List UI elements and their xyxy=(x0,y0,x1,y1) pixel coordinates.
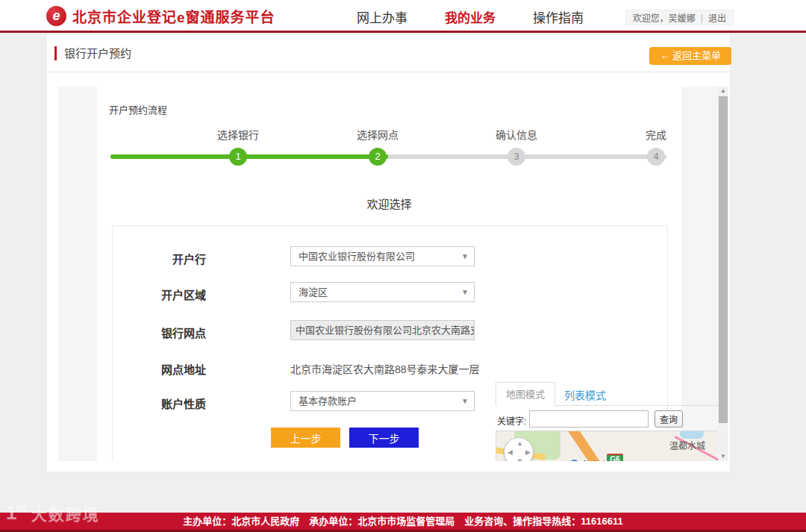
main-panel: 银行开户预约 ← 返回主菜单 开户预约流程 选择银行 选择网点 确认信息 完成 … xyxy=(47,35,730,472)
search-button[interactable]: 查询 xyxy=(655,410,683,428)
chevron-down-icon: ▼ xyxy=(461,247,469,266)
welcome-text: 欢迎选择 xyxy=(97,195,681,211)
account-type-select[interactable]: 基本存款账户 ▼ xyxy=(290,391,475,411)
region-label: 开户区域 xyxy=(124,287,206,302)
welcome-user-text: 欢迎您，吴媛娜 xyxy=(633,11,696,24)
tab-list-mode[interactable]: 列表模式 xyxy=(564,387,606,402)
scroll-up-icon[interactable]: ▲ xyxy=(718,87,728,96)
brand-title: 北京市企业登记e窗通服务平台 xyxy=(72,6,275,26)
map-panel: 地图模式 列表模式 关键字: 查询 xyxy=(496,365,728,461)
step-label-2: 选择网点 xyxy=(333,127,422,142)
account-type-label: 账户性质 xyxy=(124,395,206,411)
nav-item-online-services[interactable]: 网上办事 xyxy=(357,7,407,26)
form-box: 开户行 中国农业银行股份有限公司 ▼ 开户区域 海淀区 ▼ 银行网点 中国农业银… xyxy=(112,225,668,461)
branch-label: 银行网点 xyxy=(124,325,206,340)
divider: | xyxy=(701,13,703,23)
logout-link[interactable]: 退出 xyxy=(708,11,726,24)
building-icon: ▦ xyxy=(569,460,579,461)
back-to-main-menu-button[interactable]: ← 返回主菜单 xyxy=(649,47,731,65)
map-poi-yongfeng: ▦ 永丰产业园 xyxy=(569,458,626,461)
scroll-down-icon[interactable]: ▼ xyxy=(718,452,728,461)
tab-map-mode[interactable]: 地图模式 xyxy=(496,382,555,406)
step-circle-4: 4 xyxy=(647,148,665,166)
stepper-progress xyxy=(110,154,388,159)
page-title: 银行开户预约 xyxy=(54,46,131,60)
step-circle-1: 1 xyxy=(229,148,247,166)
address-value: 北京市海淀区农大南路88号泰来大厦一层 xyxy=(290,361,480,376)
brand: e 北京市企业登记e窗通服务平台 xyxy=(46,6,275,26)
region-select[interactable]: 海淀区 ▼ xyxy=(290,282,475,302)
vertical-scrollbar[interactable]: ▲ ▼ xyxy=(718,87,728,461)
step-circle-2: 2 xyxy=(369,148,387,166)
map-pan-control[interactable]: ▲ ▼ ◀ ▶ xyxy=(504,437,534,461)
next-step-button[interactable]: 下一步 xyxy=(349,428,419,448)
step-circle-3: 3 xyxy=(507,148,525,166)
keyword-label: 关键字: xyxy=(497,414,526,427)
chevron-down-icon: ▼ xyxy=(461,283,469,301)
flow-title: 开户预约流程 xyxy=(109,102,167,116)
keyword-input[interactable] xyxy=(529,410,649,428)
main-nav: 网上办事 我的业务 操作指南 xyxy=(357,0,584,33)
address-label: 网点地址 xyxy=(124,361,206,377)
chevron-down-icon: ▼ xyxy=(461,392,469,410)
footer-bar: 主办单位：北京市人民政府 承办单位：北京市市场监督管理局 业务咨询、操作指导热线… xyxy=(0,513,806,530)
step-label-4: 完成 xyxy=(611,127,701,142)
brand-logo-icon: e xyxy=(46,6,66,26)
content-card: 开户预约流程 选择银行 选择网点 确认信息 完成 1 2 3 4 欢迎选择 开户… xyxy=(97,87,681,461)
step-label-3: 确认信息 xyxy=(472,127,561,142)
prev-step-button[interactable]: 上一步 xyxy=(271,428,340,448)
map-water-area xyxy=(680,431,704,439)
branch-field: 中国农业银行股份有限公司北京农大南路支行 xyxy=(290,320,475,340)
user-box: 欢迎您，吴媛娜 | 退出 xyxy=(625,10,734,25)
step-label-1: 选择银行 xyxy=(193,127,283,142)
scrollbar-thumb[interactable] xyxy=(719,96,728,423)
nav-item-my-business[interactable]: 我的业务 xyxy=(445,7,496,26)
nav-item-operation-guide[interactable]: 操作指南 xyxy=(533,7,584,26)
map-canvas[interactable]: 温都水城 G6 ▦ 永丰产业园 后厂村站 北五环 S11 西北旺 xyxy=(496,431,728,461)
title-bar: 银行开户预约 ← 返回主菜单 xyxy=(47,35,730,72)
screen: e 北京市企业登记e窗通服务平台 网上办事 我的业务 操作指南 欢迎您，吴媛娜 … xyxy=(0,0,806,532)
app-header: e 北京市企业登记e窗通服务平台 网上办事 我的业务 操作指南 欢迎您，吴媛娜 … xyxy=(0,0,806,33)
content-scroll-area: 开户预约流程 选择银行 选择网点 确认信息 完成 1 2 3 4 欢迎选择 开户… xyxy=(58,87,728,461)
footer-info: 主办单位：北京市人民政府 承办单位：北京市市场监督管理局 业务咨询、操作指导热线… xyxy=(0,513,806,530)
map-label-wenduswater: 温都水城 xyxy=(669,439,705,451)
bank-label: 开户行 xyxy=(124,251,206,266)
bank-select[interactable]: 中国农业银行股份有限公司 ▼ xyxy=(290,246,475,266)
